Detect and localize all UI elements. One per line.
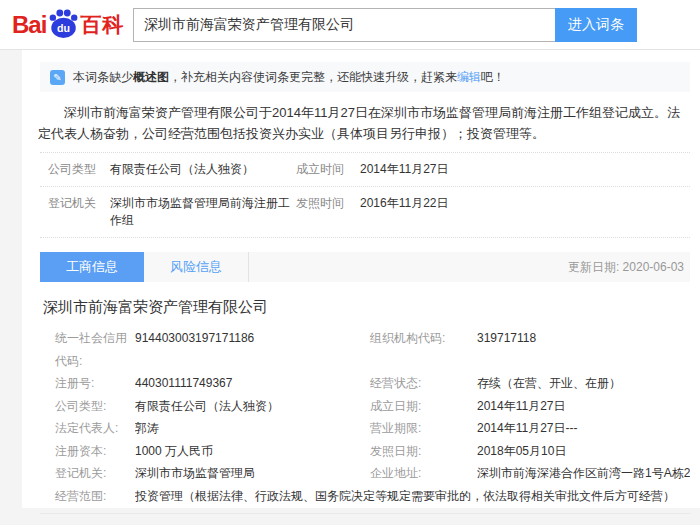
field-value: 郭涛: [135, 417, 370, 440]
field-label: 组织机构代码:: [370, 327, 477, 372]
footer: 百度数说 | 合作伙伴 启信宝 报错 | 查看更多 >: [40, 514, 690, 525]
enter-entry-button[interactable]: 进入词条: [555, 8, 637, 42]
logo-text-bai: Bai: [12, 11, 46, 39]
infobox-value: 2016年11月22日: [360, 195, 690, 229]
field-value: 投资管理（根据法律、行政法规、国务院决定等规定需要审批的，依法取得相关审批文件后…: [135, 485, 690, 508]
infobox-row: 公司类型 有限责任公司（法人独资） 成立时间 2014年11月27日: [40, 153, 690, 187]
search-box: 进入词条: [133, 8, 637, 42]
infobox-label: 公司类型: [48, 161, 110, 178]
edit-pencil-icon: ✎: [50, 70, 65, 85]
field-label: 成立日期:: [370, 395, 477, 418]
field-value: 深圳市市场监督管理局: [135, 462, 370, 485]
infobox-value: 深圳市市场监督管理局前海注册工作组: [110, 195, 296, 229]
table-row: 统一社会信用代码: 914403003197171186 组织机构代码: 319…: [55, 327, 690, 372]
tab-business-info[interactable]: 工商信息: [40, 252, 144, 282]
infobox-value: 2014年11月27日: [360, 161, 690, 178]
business-info-table: 统一社会信用代码: 914403003197171186 组织机构代码: 319…: [55, 327, 690, 507]
infobox-value: 有限责任公司（法人独资）: [110, 161, 296, 178]
logo-text-baike: 百科: [80, 11, 124, 39]
tab-risk-info[interactable]: 风险信息: [144, 252, 248, 282]
infobox-label: 成立时间: [296, 161, 360, 178]
field-value: 319717118: [477, 327, 690, 372]
field-label: 公司类型:: [55, 395, 135, 418]
field-label: 统一社会信用代码:: [55, 327, 135, 372]
table-row: 公司类型: 有限责任公司（法人独资） 成立日期: 2014年11月27日: [55, 395, 690, 418]
field-label: 注册资本:: [55, 440, 135, 463]
update-date: 更新日期: 2020-06-03: [568, 259, 690, 276]
field-label: 营业期限:: [370, 417, 477, 440]
field-label: 注册号:: [55, 372, 135, 395]
field-label: 经营范围:: [55, 485, 135, 508]
baidu-paw-icon: du: [47, 7, 79, 39]
logo-text-du: du: [57, 22, 70, 34]
table-row: 注册号: 440301111749367 经营状态: 存续（在营、开业、在册）: [55, 372, 690, 395]
field-value: 深圳市前海深港合作区前湾一路1号A栋201室...: [477, 462, 690, 485]
tab-bar: 工商信息 风险信息 更新日期: 2020-06-03: [40, 252, 690, 282]
header: Bai du 百科 进入词条: [0, 0, 700, 50]
table-row: 登记机关: 深圳市市场监督管理局 企业地址: 深圳市前海深港合作区前湾一路1号A…: [55, 462, 690, 485]
company-name-title: 深圳市前海富荣资产管理有限公司: [43, 298, 700, 317]
notice-suffix: 吧！: [481, 70, 505, 84]
search-input[interactable]: [133, 8, 555, 42]
edit-link[interactable]: 编辑: [457, 70, 481, 84]
field-value: 2014年11月27日: [477, 395, 690, 418]
field-label: 发照日期:: [370, 440, 477, 463]
field-label: 企业地址:: [370, 462, 477, 485]
notice-bar: ✎ 本词条缺少概述图，补充相关内容使词条更完整，还能快速升级，赶紧来编辑吧！: [40, 62, 690, 92]
tab-divider: [248, 252, 249, 282]
baidu-baike-logo[interactable]: Bai du 百科: [12, 8, 124, 42]
infobox-label: 发照时间: [296, 195, 360, 229]
notice-text: 本词条缺少概述图，补充相关内容使词条更完整，还能快速升级，赶紧来编辑吧！: [73, 69, 505, 86]
field-value: 存续（在营、开业、在册）: [477, 372, 690, 395]
basic-infobox: 公司类型 有限责任公司（法人独资） 成立时间 2014年11月27日 登记机关 …: [40, 152, 690, 238]
table-row: 法定代表人: 郭涛 营业期限: 2014年11月27日---: [55, 417, 690, 440]
field-value: 2018年05月10日: [477, 440, 690, 463]
entry-card: ✎ 本词条缺少概述图，补充相关内容使词条更完整，还能快速升级，赶紧来编辑吧！ 深…: [22, 50, 700, 508]
field-label: 经营状态:: [370, 372, 477, 395]
field-value: 2014年11月27日---: [477, 417, 690, 440]
table-row: 注册资本: 1000 万人民币 发照日期: 2018年05月10日: [55, 440, 690, 463]
field-label: 登记机关:: [55, 462, 135, 485]
field-value: 914403003197171186: [135, 327, 370, 372]
table-row-business-scope: 经营范围: 投资管理（根据法律、行政法规、国务院决定等规定需要审批的，依法取得相…: [55, 485, 690, 508]
field-label: 法定代表人:: [55, 417, 135, 440]
infobox-row: 登记机关 深圳市市场监督管理局前海注册工作组 发照时间 2016年11月22日: [40, 187, 690, 238]
notice-middle: ，补充相关内容使词条更完整，还能快速升级，赶紧来: [169, 70, 457, 84]
intro-paragraph: 深圳市前海富荣资产管理有限公司于2014年11月27日在深圳市市场监督管理局前海…: [38, 102, 688, 144]
notice-bold: 概述图: [133, 70, 169, 84]
field-value: 1000 万人民币: [135, 440, 370, 463]
field-value: 440301111749367: [135, 372, 370, 395]
infobox-label: 登记机关: [48, 195, 110, 229]
field-value: 有限责任公司（法人独资）: [135, 395, 370, 418]
notice-prefix: 本词条缺少: [73, 70, 133, 84]
